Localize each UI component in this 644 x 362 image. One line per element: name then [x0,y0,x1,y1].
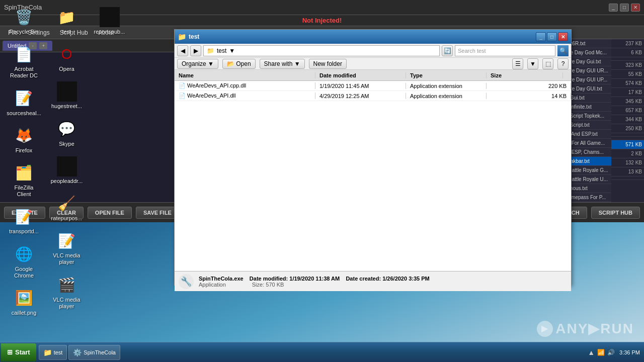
desktop-icon-skype[interactable]: 💬 Skype [48,117,86,149]
desktop-icon-transportd[interactable]: 📝 transportd... [5,205,43,237]
desktop-icon-sourcehealer[interactable]: 📝 sourcesheal... [5,86,43,119]
address-bar[interactable]: 📁 test ▼ [203,45,440,56]
view-options-button[interactable]: ▼ [527,58,538,69]
vlc-label: VLC mediaplayer [53,297,80,310]
ratepurpos-label: VLC media player [50,252,84,265]
status-icon: 🔧 [179,274,194,289]
clock: 3:36 PM [619,349,640,355]
network-icon: 📶 [597,349,605,356]
view-toggle-button[interactable]: ☰ [512,58,523,69]
organize-button[interactable]: Organize ▼ [177,59,218,69]
fe-column-headers: Name Date modified Type Size [175,70,571,81]
taskbar-item-label-spinola: SpinTheCola [84,349,116,355]
address-dropdown-icon: ▼ [229,47,235,54]
search-button[interactable]: 🔍 [557,45,569,56]
folder-icon: 📁 [178,33,186,41]
back-button[interactable]: ◀ [177,45,188,56]
size-item: 6 KB [611,48,644,57]
refresh-button[interactable]: 🔄 [442,45,453,56]
table-row[interactable]: 📄 WeAreDevs_API.dll 4/29/2019 12:25 AM A… [175,91,571,101]
close-button[interactable]: ✕ [558,32,568,41]
hugestreet-label: hugestreet... [51,103,82,110]
forward-button[interactable]: ▶ [190,45,201,56]
recycle-bin-label: Recycle Bin [9,29,38,35]
size-item: 323 KB [611,61,644,70]
opera-label: Opera [59,66,74,72]
hugestreet-icon [57,81,77,102]
spinola-minimize-button[interactable]: _ [609,4,618,12]
name-column-header[interactable]: Name [175,72,315,78]
taskbar: ⊞ Start 📁 test ⚙️ SpinTheCola ▲ 📶 🔊 3:36… [0,342,644,362]
taskbar-item-explorer[interactable]: 📁 test [39,345,67,360]
search-bar[interactable]: Search test [455,45,555,56]
ratepurpos-icon: 📝 [57,231,77,251]
file-explorer-window: 📁 test _ □ ✕ ◀ ▶ 📁 test ▼ 🔄 Search test … [174,29,572,286]
desktop-icon-recycle-bin[interactable]: 🗑️ Recycle Bin [5,5,43,37]
file-type-2: Application extension [406,93,487,99]
desktop-icon-test[interactable]: 📁 test [48,5,86,37]
new-folder-button[interactable]: New folder [309,59,347,69]
taskbar-item-label-explorer: test [54,349,63,355]
desktop-icon-firefox[interactable]: 🦊 Firefox [5,124,43,156]
peopleaddr-icon [57,156,77,176]
desktop-icon-hugestreet[interactable]: hugestreet... [48,79,86,112]
file-date-2: 4/29/2019 12:25 AM [315,93,406,99]
desktop-icon-acrobat[interactable]: 📄 AcrobatReader DC [5,42,43,81]
size-item: 17 KB [611,88,644,97]
file-date-1: 1/19/2020 11:45 AM [315,83,406,89]
reportspub-icon [100,7,120,27]
size-item: 13 KB [611,167,644,176]
maximize-button[interactable]: □ [547,32,557,41]
minimize-button[interactable]: _ [536,32,546,41]
desktop-icon-caillet[interactable]: 🖼️ caillet.png [5,286,43,318]
share-with-button[interactable]: Share with ▼ [260,59,305,69]
window-controls: _ □ ✕ [536,32,568,41]
test-folder-icon: 📁 [57,7,77,27]
desktop-icon-vlc[interactable]: 🎬 VLC mediaplayer [48,273,86,312]
save-file-button[interactable]: SAVE FILE [136,207,179,219]
desktop-icon-ratepurpos[interactable]: 📝 VLC media player [48,229,86,267]
caillet-label: caillet.png [12,310,37,316]
script-hub-button[interactable]: SCRIPT HUB [591,207,640,219]
desktop-icons-container: 🗑️ Recycle Bin 📄 AcrobatReader DC 📝 sour… [0,0,123,342]
sourcehealer-icon: 📝 [14,88,34,109]
desktop-icon-filezilla[interactable]: 🗂️ FileZilla Client [5,161,43,200]
table-row[interactable]: 📄 WeAreDevs_API.cpp.dll 1/19/2020 11:45 … [175,81,571,91]
file-name-1: 📄 WeAreDevs_API.cpp.dll [175,82,315,89]
vlc-icon: 🎬 [57,275,77,295]
size-item: 571 KB [611,140,644,149]
script-size-list: 237 KB 6 KB 323 KB 55 KB 574 KB 17 KB 34… [611,39,644,202]
spinola-icon: ⚙️ [73,348,81,356]
desktop-icon-chrome[interactable]: 🌐 GoogleChrome [5,242,43,281]
desktop-icon-reportspub[interactable]: reportspub... [91,5,128,37]
size-item: 344 KB [611,115,644,124]
desktop-icon-peopleaddr[interactable]: peopleaddr... [48,154,86,187]
taskbar-item-spinola[interactable]: ⚙️ SpinTheCola [68,345,120,360]
transportd-icon: 📝 [14,207,34,227]
desktop-icon-ccleaner[interactable]: 🧹 ratepurpos... [48,192,86,224]
size-item: 237 KB [611,39,644,48]
preview-pane-button[interactable]: ⬚ [542,58,553,69]
search-text: Search test [458,48,486,54]
filezilla-icon: 🗂️ [14,163,34,183]
size-item: 574 KB [611,79,644,88]
address-text: test [217,47,226,54]
start-button[interactable]: ⊞ Start [1,343,36,361]
skype-icon: 💬 [57,119,77,139]
size-column-header[interactable]: Size [487,72,563,78]
help-button[interactable]: ? [557,58,569,69]
status-filename: SpinTheCola.exe Date modified: 1/19/2020… [199,276,430,282]
firefox-label: Firefox [16,147,33,154]
open-button[interactable]: 📂 Open [222,59,256,69]
desktop-icon-opera[interactable]: O Opera [48,42,86,74]
fe-status-bar: 🔧 SpinTheCola.exe Date modified: 1/19/20… [175,271,571,291]
spinola-close-button[interactable]: ✕ [631,4,640,12]
file-explorer-titlebar[interactable]: 📁 test _ □ ✕ [175,30,571,44]
type-column-header[interactable]: Type [406,72,487,78]
date-column-header[interactable]: Date modified [315,72,406,78]
size-item [611,176,644,180]
explorer-icon: 📁 [43,348,51,356]
ccleaner-label: ratepurpos... [51,215,83,222]
desktop: 🗑️ Recycle Bin 📄 AcrobatReader DC 📝 sour… [0,0,644,362]
spinola-maximize-button[interactable]: □ [620,4,629,12]
